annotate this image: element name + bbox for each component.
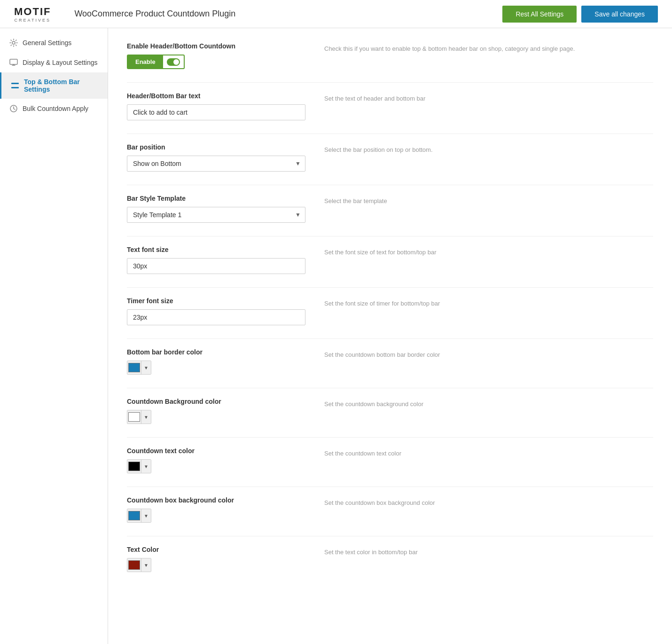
toggle-switch[interactable]: [163, 56, 184, 68]
text-color-left: Text Color ▼: [127, 546, 305, 572]
countdown-text-color-description: Set the countdown text color: [324, 447, 653, 457]
top-bar-left: MOTIF CREATIVES WooCommerce Product Coun…: [14, 6, 235, 23]
divider-10: [127, 536, 653, 536]
text-color-picker[interactable]: ▼: [127, 558, 151, 572]
svg-rect-2: [11, 83, 19, 84]
text-font-size-label: Text font size: [127, 246, 305, 253]
divider-7: [127, 388, 653, 388]
toggle-track[interactable]: [167, 58, 180, 66]
countdown-box-bg-color-swatch[interactable]: [127, 509, 141, 522]
countdown-box-bg-color-description: Set the countdown box background color: [324, 496, 653, 506]
text-font-size-section-left: Text font size: [127, 246, 305, 274]
color-arrow-icon-3[interactable]: ▼: [141, 460, 151, 473]
countdown-text-color-swatch[interactable]: [127, 460, 141, 473]
toggle-knob: [173, 59, 179, 65]
sidebar-item-bulk-countdown[interactable]: Bulk Countdown Apply: [0, 99, 108, 118]
countdown-bg-color-swatch[interactable]: [127, 410, 141, 424]
sidebar: General Settings Display & Layout Settin…: [0, 28, 108, 644]
sidebar-item-top-bottom-bar-label: Top & Bottom Bar Settings: [24, 78, 98, 93]
bar-position-select-wrap: Show on Top Show on Bottom ▼: [127, 156, 305, 172]
header-text-section-left: Header/Bottom Bar text: [127, 92, 305, 120]
bottom-bar-border-color-label: Bottom bar border color: [127, 348, 305, 356]
enable-label: Enable: [128, 55, 163, 68]
text-font-size-input[interactable]: [127, 258, 305, 274]
divider-2: [127, 134, 653, 134]
timer-font-size-description: Set the font size of timer for bottom/to…: [324, 297, 653, 307]
countdown-bg-color-label: Countdown Background color: [127, 398, 305, 405]
sidebar-item-bulk-countdown-label: Bulk Countdown Apply: [23, 105, 88, 112]
countdown-bg-color-picker[interactable]: ▼: [127, 410, 151, 424]
bar-icon: [11, 81, 19, 90]
timer-font-size-section: Timer font size Set the font size of tim…: [127, 297, 653, 325]
color-arrow-icon[interactable]: ▼: [141, 361, 151, 374]
sidebar-item-top-bottom-bar[interactable]: Top & Bottom Bar Settings: [0, 72, 108, 99]
top-bar: MOTIF CREATIVES WooCommerce Product Coun…: [0, 0, 672, 28]
divider-9: [127, 487, 653, 487]
countdown-bg-color-description: Set the countdown background color: [324, 398, 653, 408]
enable-section: Enable Header/Bottom Countdown Enable Ch…: [127, 42, 653, 69]
gear-icon: [9, 39, 18, 47]
divider-3: [127, 185, 653, 185]
bar-style-select-wrap: Style Template 1 Style Template 2 Style …: [127, 207, 305, 223]
header-text-description: Set the text of header and bottom bar: [324, 92, 653, 102]
color-arrow-icon-5[interactable]: ▼: [141, 558, 151, 572]
app-title: WooCommerce Product Countdown Plugin: [74, 9, 235, 19]
text-font-size-description: Set the font size of text for bottom/top…: [324, 246, 653, 256]
svg-point-0: [12, 41, 15, 44]
layout: General Settings Display & Layout Settin…: [0, 28, 672, 644]
bottom-bar-border-color-swatch[interactable]: [127, 361, 141, 374]
header-text-label: Header/Bottom Bar text: [127, 92, 305, 100]
reset-button[interactable]: Rest All Settings: [502, 6, 577, 23]
bar-style-label: Bar Style Template: [127, 195, 305, 202]
main-content: Enable Header/Bottom Countdown Enable Ch…: [108, 28, 672, 644]
countdown-bg-color-section: Countdown Background color ▼ Set the cou…: [127, 398, 653, 424]
divider-4: [127, 236, 653, 236]
top-bar-right: Rest All Settings Save all changes: [502, 6, 658, 23]
countdown-box-bg-color-section: Countdown box background color ▼ Set the…: [127, 496, 653, 523]
bar-position-select[interactable]: Show on Top Show on Bottom: [127, 156, 305, 172]
bottom-bar-border-color-left: Bottom bar border color ▼: [127, 348, 305, 375]
bar-position-section-left: Bar position Show on Top Show on Bottom …: [127, 143, 305, 172]
divider-5: [127, 287, 653, 288]
countdown-box-bg-color-picker[interactable]: ▼: [127, 509, 151, 523]
enable-section-left: Enable Header/Bottom Countdown Enable: [127, 42, 305, 69]
timer-font-size-input[interactable]: [127, 309, 305, 325]
divider-1: [127, 82, 653, 83]
color-arrow-icon-4[interactable]: ▼: [141, 509, 151, 522]
sidebar-item-display-layout[interactable]: Display & Layout Settings: [0, 53, 108, 72]
svg-rect-1: [10, 59, 17, 64]
bar-position-section: Bar position Show on Top Show on Bottom …: [127, 143, 653, 172]
bar-position-label: Bar position: [127, 143, 305, 151]
enable-section-title: Enable Header/Bottom Countdown: [127, 42, 305, 50]
countdown-text-color-picker[interactable]: ▼: [127, 459, 151, 473]
color-arrow-icon-2[interactable]: ▼: [141, 410, 151, 424]
svg-rect-3: [11, 87, 19, 88]
bulk-icon: [9, 104, 18, 113]
timer-font-size-label: Timer font size: [127, 297, 305, 305]
text-color-swatch[interactable]: [127, 558, 141, 572]
text-color-section: Text Color ▼ Set the text color in botto…: [127, 546, 653, 572]
divider-6: [127, 338, 653, 339]
header-text-input[interactable]: [127, 104, 305, 120]
text-color-description: Set the text color in bottom/top bar: [324, 546, 653, 556]
countdown-text-color-label: Countdown text color: [127, 447, 305, 455]
sidebar-item-display-layout-label: Display & Layout Settings: [23, 59, 98, 66]
timer-font-size-section-left: Timer font size: [127, 297, 305, 325]
sidebar-item-general-settings[interactable]: General Settings: [0, 33, 108, 53]
save-button[interactable]: Save all changes: [581, 6, 658, 23]
bottom-bar-border-color-picker[interactable]: ▼: [127, 361, 151, 375]
text-font-size-section: Text font size Set the font size of text…: [127, 246, 653, 274]
logo: MOTIF CREATIVES: [14, 6, 51, 23]
enable-section-description: Check this if you want to enable top & b…: [324, 42, 653, 52]
bar-style-description: Select the bar template: [324, 195, 653, 204]
bottom-bar-border-color-description: Set the countdown bottom bar border colo…: [324, 348, 653, 358]
bar-style-section: Bar Style Template Style Template 1 Styl…: [127, 195, 653, 223]
header-text-section: Header/Bottom Bar text Set the text of h…: [127, 92, 653, 120]
logo-motif-text: MOTIF: [14, 6, 51, 18]
bar-position-description: Select the bar position on top or bottom…: [324, 143, 653, 153]
enable-toggle[interactable]: Enable: [127, 55, 185, 69]
sidebar-item-general-settings-label: General Settings: [23, 39, 71, 47]
logo-creatives-text: CREATIVES: [15, 18, 51, 23]
bar-style-select[interactable]: Style Template 1 Style Template 2 Style …: [127, 207, 305, 223]
bar-style-section-left: Bar Style Template Style Template 1 Styl…: [127, 195, 305, 223]
